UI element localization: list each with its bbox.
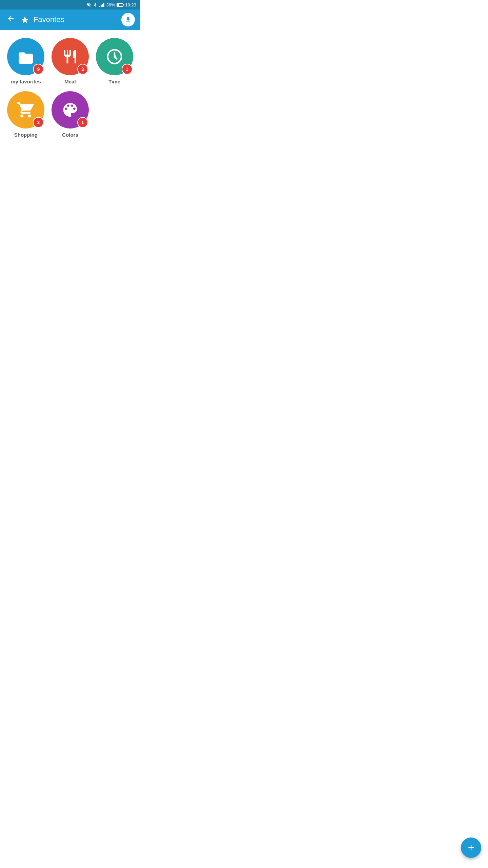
- download-button[interactable]: [121, 13, 135, 26]
- colors-label: Colors: [62, 132, 78, 138]
- palette-icon: [61, 101, 79, 119]
- status-bar: 36% 19:23: [0, 0, 140, 9]
- page-title: Favorites: [34, 15, 117, 24]
- meal-label: Meal: [64, 79, 76, 84]
- my-favorites-circle-container: 9: [7, 38, 44, 75]
- folder-star-icon: [17, 50, 35, 64]
- app-bar: ★ Favorites: [0, 9, 140, 30]
- favorites-star-icon: ★: [20, 14, 29, 26]
- bluetooth-icon: [93, 2, 98, 7]
- main-content: 9 my favorites 3 Meal: [0, 30, 140, 146]
- mute-icon: [86, 2, 91, 7]
- shopping-badge: 2: [33, 117, 44, 128]
- time-circle-container: 1: [96, 38, 133, 75]
- meal-badge: 3: [77, 64, 88, 75]
- meal-circle-container: 3: [52, 38, 89, 75]
- signal-icon: [99, 2, 104, 7]
- categories-grid: 9 my favorites 3 Meal: [5, 38, 135, 138]
- clock-icon: [105, 47, 124, 66]
- battery-icon: [117, 3, 123, 7]
- fork-spoon-icon: [62, 48, 78, 65]
- status-icons: 36% 19:23: [86, 2, 136, 7]
- category-time[interactable]: 1 Time: [94, 38, 135, 84]
- shopping-label: Shopping: [14, 132, 38, 138]
- category-meal[interactable]: 3 Meal: [50, 38, 91, 84]
- battery-text: 36%: [106, 2, 115, 7]
- category-shopping[interactable]: 2 Shopping: [5, 91, 46, 138]
- my-favorites-label: my favorites: [11, 79, 41, 84]
- category-my-favorites[interactable]: 9 my favorites: [5, 38, 46, 84]
- cart-icon: [17, 101, 35, 119]
- time-text: 19:23: [125, 2, 136, 7]
- time-label: Time: [108, 79, 120, 84]
- time-badge: 1: [122, 64, 133, 75]
- shopping-circle-container: 2: [7, 91, 44, 129]
- colors-circle-container: 1: [52, 91, 89, 129]
- my-favorites-badge: 9: [33, 64, 44, 75]
- back-button[interactable]: [5, 13, 16, 26]
- category-colors[interactable]: 1 Colors: [50, 91, 91, 138]
- colors-badge: 1: [77, 117, 88, 128]
